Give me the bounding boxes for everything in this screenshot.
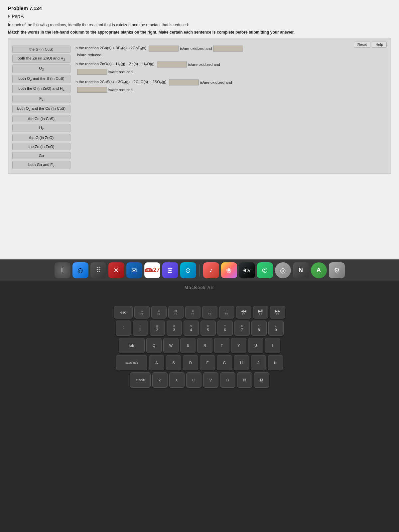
key-w[interactable]: W: [163, 338, 179, 353]
key-shift-left[interactable]: ⬆ shift: [130, 372, 151, 388]
key-5[interactable]: %5: [200, 321, 216, 336]
key-9[interactable]: (9: [268, 321, 284, 336]
option-zn-zno[interactable]: the Zn (in ZnO): [12, 143, 70, 150]
dock-music[interactable]: ♪: [203, 262, 219, 278]
key-z[interactable]: Z: [152, 372, 168, 388]
key-y[interactable]: Y: [231, 338, 246, 353]
option-o-zno-h2[interactable]: both the O (in ZnO) and H2: [12, 85, 70, 93]
key-s[interactable]: S: [166, 355, 181, 370]
dock-dt[interactable]: ⊞: [162, 262, 178, 278]
key-v[interactable]: V: [203, 372, 218, 388]
key-6[interactable]: ^6: [217, 321, 233, 336]
reaction1-oxidized-label: is/are oxidized and: [180, 47, 212, 51]
option-ga[interactable]: Ga: [12, 152, 70, 159]
macbook-label: MacBook Air: [185, 285, 214, 290]
key-f6[interactable]: ⋯F6: [219, 306, 234, 319]
key-g[interactable]: G: [217, 355, 232, 370]
key-q[interactable]: Q: [146, 338, 162, 353]
key-tab[interactable]: tab: [119, 338, 145, 353]
option-o-zno[interactable]: the O (in ZnO): [12, 134, 70, 141]
key-7[interactable]: &7: [234, 321, 250, 336]
option-o2[interactable]: O2: [12, 65, 70, 73]
dock-mail[interactable]: ✉: [126, 262, 142, 278]
key-8[interactable]: *8: [251, 321, 267, 336]
reaction1-reduced-label: is/are reduced.: [77, 53, 102, 57]
key-u[interactable]: U: [248, 338, 263, 353]
key-4[interactable]: $4: [184, 321, 199, 336]
instruction1: In each of the following reactions, iden…: [8, 22, 391, 28]
option-o2-s-cus[interactable]: both O2 and the S (In CuS): [12, 75, 70, 83]
dock-apple[interactable]: : [55, 262, 70, 278]
dock-accessibility[interactable]: A: [311, 262, 327, 278]
dock-photos[interactable]: ❀: [221, 262, 237, 278]
key-f9[interactable]: ▶▶F9: [270, 306, 285, 319]
key-k[interactable]: K: [268, 355, 283, 370]
key-f3[interactable]: ⊡F3: [168, 306, 184, 319]
help-button[interactable]: Help: [372, 42, 387, 48]
content-area: Problem 7.124 Part A In each of the foll…: [0, 0, 399, 259]
top-buttons: Reset Help: [354, 42, 387, 48]
key-1[interactable]: !1: [133, 321, 148, 336]
dock:  ☺ ⠿ ✕ ✉ JAN 27 ⊞ ⊙ ♪ ❀ étv ✆ ◎ N A ⚙: [0, 259, 399, 281]
reset-button[interactable]: Reset: [354, 42, 371, 48]
dock-safari[interactable]: ⊙: [180, 262, 196, 278]
reactions-column: In the reaction 2Ga(s) + 3F2(g)→2GaF3(s)…: [74, 42, 387, 169]
key-d[interactable]: D: [183, 355, 198, 370]
reaction1-blank1[interactable]: [149, 46, 179, 52]
reaction3-blank2[interactable]: [77, 87, 107, 93]
key-tilde[interactable]: ~`: [116, 321, 131, 336]
reaction3-oxidized-label: is/are oxidized and: [200, 80, 232, 84]
instruction2: Match the words in the left-hand column …: [8, 29, 391, 35]
option-f2[interactable]: F2: [12, 95, 70, 103]
dock-siri[interactable]: ◎: [275, 262, 291, 278]
asdf-row: caps lock A S D F G H J K: [116, 355, 283, 370]
key-n[interactable]: N: [237, 372, 252, 388]
key-i[interactable]: I: [265, 338, 280, 353]
option-h2[interactable]: H2: [12, 124, 70, 132]
key-f2[interactable]: ☀F2: [151, 306, 167, 319]
dock-notification[interactable]: N: [293, 262, 309, 278]
key-t[interactable]: T: [214, 338, 229, 353]
option-s-cus[interactable]: the S (in CuS): [12, 46, 70, 53]
option-zn-h2[interactable]: both the Zn (in ZnO) and H2: [12, 55, 70, 63]
key-b[interactable]: B: [220, 372, 235, 388]
key-r[interactable]: R: [197, 338, 212, 353]
key-a[interactable]: A: [149, 355, 164, 370]
key-f8[interactable]: ▶IIF8: [253, 306, 268, 319]
dock-tv[interactable]: étv: [239, 262, 255, 278]
key-2[interactable]: @2: [150, 321, 165, 336]
key-x[interactable]: X: [169, 372, 185, 388]
key-f1[interactable]: ☼F1: [134, 306, 150, 319]
reaction2-row1: In the reaction ZnO(s) + H2(g)→Zn(s) + H…: [74, 62, 383, 67]
key-f5[interactable]: ⋯F5: [202, 306, 217, 319]
reaction3-blank1[interactable]: [169, 79, 199, 85]
reaction1-blank2[interactable]: [213, 46, 243, 52]
collapse-icon[interactable]: [8, 15, 10, 18]
dock-finder[interactable]: ☺: [72, 262, 88, 278]
key-esc[interactable]: esc: [114, 306, 133, 319]
reaction2-blank2[interactable]: [77, 69, 107, 75]
key-e[interactable]: E: [180, 338, 196, 353]
key-h[interactable]: H: [234, 355, 249, 370]
key-m[interactable]: M: [254, 372, 269, 388]
reaction2-blank1[interactable]: [157, 62, 187, 67]
option-cu-cus[interactable]: the Cu (in CuS): [12, 115, 70, 122]
key-f[interactable]: F: [200, 355, 215, 370]
key-f4[interactable]: ⠿F4: [185, 306, 200, 319]
key-j[interactable]: J: [251, 355, 266, 370]
key-c[interactable]: C: [186, 372, 201, 388]
dock-launchpad[interactable]: ⠿: [90, 262, 106, 278]
key-3[interactable]: #3: [167, 321, 182, 336]
key-f7[interactable]: ◀◀F7: [236, 306, 251, 319]
option-ga-f2[interactable]: both Ga and F2: [12, 161, 70, 169]
dock-calendar[interactable]: JAN 27: [144, 262, 160, 278]
dock-messages[interactable]: ✆: [257, 262, 273, 278]
answer-options-list: the S (in CuS) both the Zn (in ZnO) and …: [12, 42, 70, 169]
reaction2-equation: In the reaction ZnO(s) + H2(g)→Zn(s) + H…: [74, 62, 156, 67]
key-capslock[interactable]: caps lock: [116, 355, 147, 370]
dock-settings[interactable]: ⚙: [329, 262, 345, 278]
reaction1-row2: is/are reduced.: [77, 53, 383, 57]
option-o2-cu-cus[interactable]: both O2 and the Cu (In CuS): [12, 105, 70, 113]
dock-dash[interactable]: ✕: [108, 262, 124, 278]
problem-title: Problem 7.124: [8, 5, 391, 11]
